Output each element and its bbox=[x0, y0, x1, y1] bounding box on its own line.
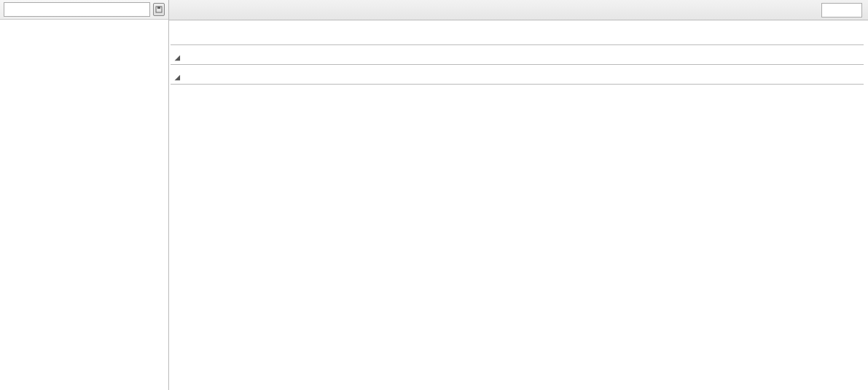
section-pim-email[interactable]: ◢ bbox=[171, 71, 864, 85]
column-headers bbox=[171, 26, 864, 45]
svg-rect-1 bbox=[157, 7, 160, 9]
top-bar bbox=[169, 0, 868, 20]
nav-tree bbox=[0, 20, 168, 390]
sidebar-filter-input[interactable] bbox=[4, 2, 150, 17]
sidebar bbox=[0, 0, 169, 390]
collapse-icon: ◢ bbox=[175, 54, 180, 61]
sidebar-toolbar bbox=[0, 0, 168, 20]
section-online-mode[interactable]: ◢ bbox=[171, 51, 864, 65]
save-icon[interactable] bbox=[153, 3, 165, 16]
search-box bbox=[817, 3, 862, 17]
config-grid: ◢ ◢ bbox=[169, 20, 868, 390]
main-panel: ◢ ◢ bbox=[169, 0, 868, 390]
collapse-icon: ◢ bbox=[175, 74, 180, 81]
search-input[interactable] bbox=[821, 3, 862, 17]
